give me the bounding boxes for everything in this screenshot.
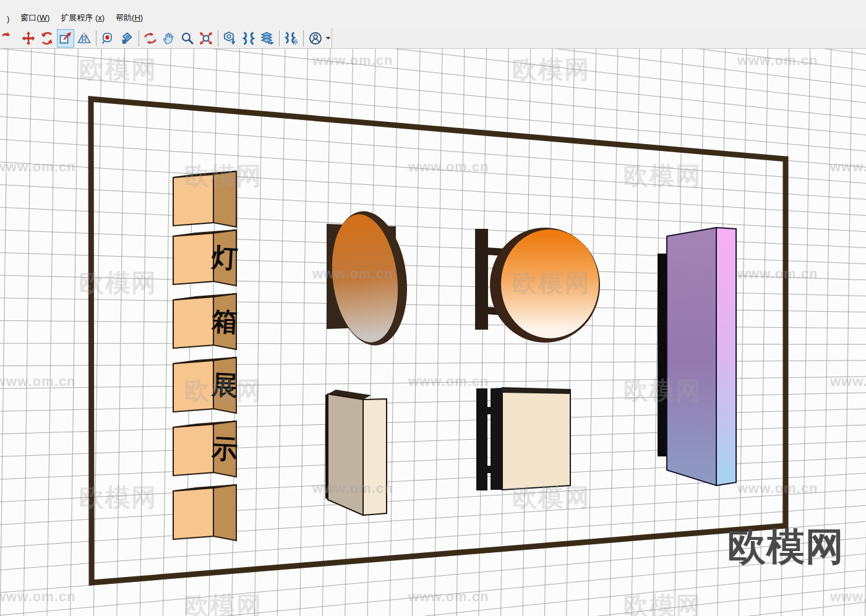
- menu-item-truncated[interactable]: ): [1, 12, 15, 25]
- cube-character: 展: [210, 370, 238, 400]
- cube-blank-top[interactable]: [173, 171, 236, 227]
- cube-character: 灯: [210, 242, 238, 273]
- get-models-icon[interactable]: [221, 29, 239, 48]
- model-lightbox-column[interactable]: 灯 箱 展 示: [173, 171, 238, 541]
- cube-char-3[interactable]: 展: [173, 357, 238, 413]
- rotate-icon[interactable]: [38, 29, 56, 48]
- pan-icon[interactable]: [160, 29, 178, 48]
- model-box-sign-plain[interactable]: [325, 390, 387, 515]
- cube-char-2[interactable]: 箱: [173, 294, 238, 349]
- model-round-sign-bracket[interactable]: [475, 228, 600, 343]
- zoom-extents-icon[interactable]: [197, 29, 215, 48]
- cube-char-1[interactable]: 灯: [173, 230, 238, 286]
- paint-bucket-icon[interactable]: [118, 29, 135, 48]
- account-icon[interactable]: [307, 29, 324, 48]
- toolbar-separator: [218, 30, 218, 46]
- extension-settings-icon[interactable]: [283, 29, 300, 48]
- toolbar-separator: [303, 30, 304, 46]
- scale-icon[interactable]: [57, 29, 74, 48]
- layers-export-icon[interactable]: [259, 29, 276, 48]
- menu-item-window[interactable]: 窗口(W): [15, 11, 55, 25]
- push-pull-partial-icon[interactable]: [1, 29, 19, 48]
- model-box-sign-bracket[interactable]: [476, 388, 570, 490]
- cube-blank-bottom[interactable]: [173, 485, 236, 541]
- menu-item-extensions[interactable]: 扩展程序 (x): [55, 11, 110, 25]
- cube-character: 箱: [210, 306, 238, 336]
- menu-item-help[interactable]: 帮助(H): [110, 11, 148, 25]
- model-round-sign-plate[interactable]: [324, 207, 414, 350]
- account-dropdown-caret-icon[interactable]: [325, 29, 332, 48]
- toolbar-separator: [139, 30, 139, 46]
- flip-icon[interactable]: [75, 29, 93, 48]
- toolbar-panel: [0, 28, 332, 49]
- tape-measure-icon[interactable]: [100, 29, 117, 48]
- toolbar-empty-area: [332, 28, 866, 49]
- viewport-3d[interactable]: 灯 箱 展 示: [0, 49, 866, 616]
- menu-bar: ) 窗口(W) 扩展程序 (x) 帮助(H): [0, 0, 866, 28]
- toolbar-separator: [96, 30, 96, 46]
- cube-character: 示: [210, 434, 238, 464]
- model-tall-sign[interactable]: [658, 228, 736, 486]
- toolbar-separator: [279, 30, 280, 46]
- orbit-icon[interactable]: [142, 29, 160, 48]
- scene-svg: 灯 箱 展 示: [0, 49, 866, 616]
- flip-along-icon[interactable]: [240, 29, 257, 48]
- move-icon[interactable]: [20, 29, 37, 48]
- cube-char-4[interactable]: 示: [173, 421, 238, 477]
- zoom-icon[interactable]: [179, 29, 196, 48]
- toolbar: [0, 28, 866, 49]
